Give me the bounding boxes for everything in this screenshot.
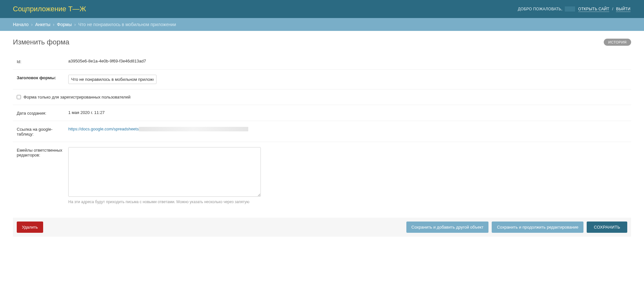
emails-textarea[interactable] <box>68 147 261 197</box>
gsheet-link[interactable]: https://docs.google.com/spreadsheets <box>68 127 139 131</box>
emails-help: На эти адреса будут приходить письма с н… <box>68 200 627 204</box>
field-row-gsheet: Ссылка на google-таблицу: https://docs.g… <box>13 121 631 142</box>
username-placeholder <box>565 6 575 12</box>
page-title: Изменить форма <box>13 38 69 46</box>
right-buttons: Сохранить и добавить другой объект Сохра… <box>406 222 627 233</box>
emails-label: Емейлы ответственных редакторов: <box>17 147 68 157</box>
user-links: ДОБРО ПОЖАЛОВАТЬ, ОТКРЫТЬ САЙТ / ВЫЙТИ <box>518 6 631 12</box>
created-label: Дата создания: <box>17 110 68 116</box>
content-area: Изменить форма ИСТОРИЯ Id: a39505e6-8e1a… <box>0 31 644 250</box>
breadcrumb-forms[interactable]: Формы <box>57 22 72 27</box>
save-add-another-button[interactable]: Сохранить и добавить другой объект <box>406 222 489 233</box>
page-title-row: Изменить форма ИСТОРИЯ <box>13 38 631 46</box>
gsheet-link-redacted <box>139 127 248 131</box>
breadcrumb-home[interactable]: Начало <box>13 22 29 27</box>
registered-only-label[interactable]: Форма только для зарегистрированных поль… <box>24 95 130 99</box>
created-value: 1 мая 2020 г. 11:27 <box>68 110 627 115</box>
field-row-id: Id: a39505e6-8e1a-4e0b-9f69-f3e46d813ad7 <box>13 53 631 70</box>
form-title-input[interactable] <box>68 75 156 84</box>
id-label: Id: <box>17 59 68 64</box>
field-row-registered-only: Форма только для зарегистрированных поль… <box>13 90 631 105</box>
save-continue-button[interactable]: Сохранить и продолжить редактирование <box>492 222 583 233</box>
save-button[interactable]: СОХРАНИТЬ <box>587 222 627 233</box>
open-site-link[interactable]: ОТКРЫТЬ САЙТ <box>578 7 610 12</box>
field-row-emails: Емейлы ответственных редакторов: На эти … <box>13 142 631 209</box>
welcome-text: ДОБРО ПОЖАЛОВАТЬ, <box>518 7 562 11</box>
breadcrumb: Начало › Анкеты › Формы › Что не понрави… <box>0 18 644 31</box>
breadcrumb-surveys[interactable]: Анкеты <box>35 22 50 27</box>
separator: / <box>612 7 613 11</box>
breadcrumb-divider: › <box>31 22 33 27</box>
submit-row: Удалить Сохранить и добавить другой объе… <box>13 218 631 237</box>
breadcrumb-current: Что не понравилось в мобильном приложени… <box>78 22 176 27</box>
breadcrumb-divider: › <box>74 22 76 27</box>
gsheet-label: Ссылка на google-таблицу: <box>17 126 68 137</box>
delete-button[interactable]: Удалить <box>17 222 43 233</box>
field-row-created: Дата создания: 1 мая 2020 г. 11:27 <box>13 105 631 121</box>
logout-link[interactable]: ВЫЙТИ <box>616 7 630 12</box>
id-value: a39505e6-8e1a-4e0b-9f69-f3e46d813ad7 <box>68 59 627 63</box>
brand-title: Соцприложение Т—Ж <box>13 5 86 13</box>
registered-only-checkbox[interactable] <box>17 95 21 99</box>
field-row-title: Заголовок формы: <box>13 70 631 90</box>
breadcrumb-divider: › <box>53 22 54 27</box>
top-header: Соцприложение Т—Ж ДОБРО ПОЖАЛОВАТЬ, ОТКР… <box>0 0 644 18</box>
form-title-label: Заголовок формы: <box>17 75 68 80</box>
history-button[interactable]: ИСТОРИЯ <box>604 39 631 46</box>
